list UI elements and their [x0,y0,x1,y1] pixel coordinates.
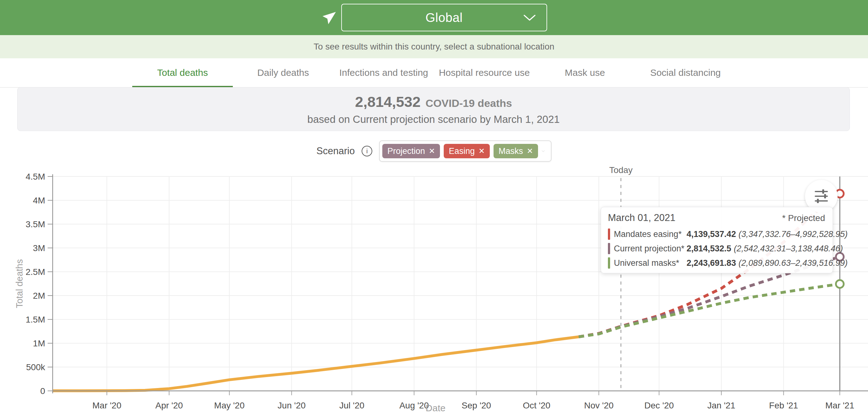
x-axis-title: Date [426,403,445,413]
tooltip-row: Current projection*2,814,532.5(2,542,432… [608,243,825,254]
series-color-bar [608,243,610,254]
tab-infections-and-testing[interactable]: Infections and testing [333,58,434,87]
x-tick-label: Apr '20 [155,401,183,410]
series-color-bar [608,257,610,269]
x-tick-label: Oct '20 [523,401,550,410]
y-tick-label: 2M [33,291,45,301]
tab-label: Hospital resource use [439,67,530,78]
chip-label: Projection [387,146,425,156]
tab-total-deaths[interactable]: Total deaths [132,58,233,87]
scenario-select[interactable]: Projection✕Easing✕Masks✕ [379,141,552,162]
tab-label: Social distancing [650,67,721,78]
scenario-label: Scenario [316,145,355,157]
series-label: Current projection* [614,244,687,254]
end-marker-universal-masks[interactable] [836,280,844,288]
chevron-down-icon [523,15,536,21]
today-label: Today [609,166,633,175]
chevron-down-icon [542,149,545,154]
tab-label: Mask use [565,67,605,78]
series-label: Universal masks* [614,258,687,268]
series-range: (2,089,890.63–2,439,516.99) [739,258,848,268]
location-dropdown[interactable]: Global [341,4,547,31]
summary-headline: 2,814,532 COVID-19 deaths [355,93,512,110]
x-tick-label: Mar '21 [826,401,855,410]
summary-box: 2,814,532 COVID-19 deaths based on Curre… [17,87,850,131]
x-tick-label: May '20 [214,401,244,410]
tooltip-date: March 01, 2021 [608,212,675,224]
deaths-count: 2,814,532 [355,93,421,110]
scenario-chip-masks[interactable]: Masks✕ [494,144,538,158]
chip-label: Easing [449,146,475,156]
x-tick-label: Dec '20 [644,401,674,410]
series-line-universal-masks [579,284,840,337]
tab-mask-use[interactable]: Mask use [535,58,635,87]
deaths-count-label: COVID-19 deaths [426,97,512,109]
x-tick-label: Feb '21 [769,401,798,410]
scenario-row: Scenario i Projection✕Easing✕Masks✕ [0,138,868,164]
series-line-observed [53,337,579,391]
tooltip-header: March 01, 2021 * Projected [608,212,825,224]
series-range: (2,542,432.31–3,138,448.46) [734,244,843,254]
x-tick-label: Mar '20 [92,401,122,410]
x-tick-label: Jun '20 [278,401,306,410]
summary-subtitle: based on Current projection scenario by … [307,114,560,125]
sliders-icon [813,188,830,205]
tab-bar: Total deathsDaily deathsInfections and t… [0,58,868,88]
y-tick-label: 3M [33,243,45,253]
series-color-bar [608,229,610,240]
y-tick-label: 1.5M [26,315,45,324]
chip-remove-icon[interactable]: ✕ [478,147,485,155]
series-value: 2,814,532.5 [687,244,732,254]
series-value: 4,139,537.42 [687,230,736,239]
series-range: (3,347,332.76–4,992,528.95) [739,230,848,239]
x-tick-label: Sep '20 [462,401,491,410]
series-value: 2,243,691.83 [687,258,736,268]
y-tick-label: 0 [40,386,45,396]
tooltip-rows: Mandates easing*4,139,537.42(3,347,332.7… [608,225,825,269]
tab-label: Daily deaths [257,67,309,78]
y-tick-label: 500k [26,362,45,372]
chip-remove-icon[interactable]: ✕ [429,147,435,155]
y-axis-title: Total deaths [14,259,25,308]
series-label: Mandates easing* [614,230,687,239]
tab-social-distancing[interactable]: Social distancing [635,58,736,87]
x-tick-label: Jan '21 [707,401,735,410]
y-tick-label: 4M [33,196,45,205]
chart-tooltip: March 01, 2021 * Projected Mandates easi… [601,207,833,273]
page: Global To see results within this countr… [0,0,868,415]
chip-label: Masks [499,146,523,156]
tab-label: Infections and testing [339,67,428,78]
x-tick-label: Jul '20 [339,401,365,410]
y-tick-label: 2.5M [26,267,45,277]
info-icon[interactable]: i [362,146,372,156]
subnational-hint-bar: To see results within this country, sele… [0,35,868,58]
x-tick-label: Aug '20 [399,401,429,410]
scenario-chip-projection[interactable]: Projection✕ [382,144,440,158]
location-arrow-icon [320,9,337,26]
tab-hospital-resource-use[interactable]: Hospital resource use [434,58,535,87]
y-tick-label: 3.5M [26,219,45,229]
y-tick-label: 4.5M [26,172,45,181]
tab-daily-deaths[interactable]: Daily deaths [233,58,333,87]
chip-remove-icon[interactable]: ✕ [527,147,533,155]
scenario-chip-easing[interactable]: Easing✕ [444,144,490,158]
subnational-hint-text: To see results within this country, sele… [314,42,554,52]
app-header: Global [0,0,868,35]
location-value: Global [426,11,463,25]
tab-label: Total deaths [157,67,208,78]
y-tick-label: 1M [33,338,45,348]
tooltip-row: Universal masks*2,243,691.83(2,089,890.6… [608,257,825,269]
tooltip-projected-note: * Projected [782,213,825,223]
tooltip-row: Mandates easing*4,139,537.42(3,347,332.7… [608,229,825,240]
x-tick-label: Nov '20 [584,401,614,410]
total-deaths-chart[interactable]: 0500k1M1.5M2M2.5M3M3.5M4M4.5MMar '20Apr … [0,166,868,415]
